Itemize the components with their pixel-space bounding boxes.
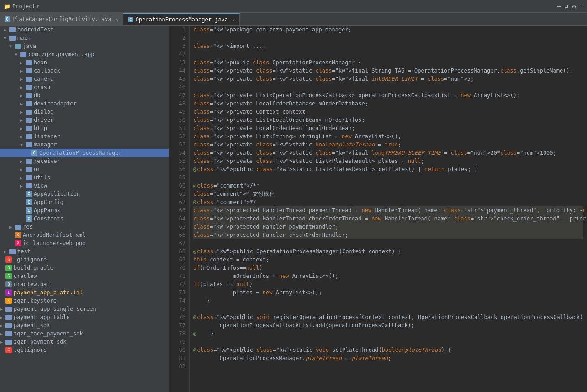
line-number: 66 <box>173 231 185 239</box>
line-number: 61 <box>173 190 185 198</box>
tab-plate[interactable]: C PlateCameraConfigActivity.java ✕ <box>0 13 123 25</box>
folder-icon <box>9 249 16 254</box>
sidebar-item-label: test <box>17 248 31 255</box>
line-number: 56 <box>173 165 185 173</box>
title-bar-dropdown-icon[interactable]: ▼ <box>37 4 39 9</box>
sidebar-item[interactable]: Ipayment_app_plate.iml <box>0 288 169 297</box>
tab-operation-close[interactable]: ✕ <box>232 17 235 22</box>
sidebar-item[interactable]: XAndroidManifest.xml <box>0 231 169 239</box>
sidebar-item[interactable]: ▶res <box>0 223 169 231</box>
sidebar-item[interactable]: G.gitignore <box>0 346 169 354</box>
folder-icon <box>26 60 32 65</box>
sidebar-item-label: listener <box>34 133 60 140</box>
tab-operation[interactable]: C OperationProcessManager.java ✕ <box>123 13 240 25</box>
sidebar-item[interactable]: COperatationProcessManager <box>0 149 169 157</box>
code-line <box>193 338 583 346</box>
arrow-icon: ▼ <box>20 142 26 147</box>
sidebar-item[interactable]: ▼java <box>0 42 169 50</box>
sidebar-item[interactable]: Ggradlew <box>0 272 169 280</box>
tab-operation-icon: C <box>128 17 133 22</box>
folder-icon <box>20 52 26 57</box>
folder-icon <box>15 44 21 49</box>
sidebar-item[interactable]: CAppApplication <box>0 190 169 198</box>
sidebar-item-label: deviceadapter <box>34 100 77 107</box>
sidebar-item[interactable]: ▶utils <box>0 173 169 182</box>
sidebar-item[interactable]: CAppConfig <box>0 198 169 206</box>
sidebar-item[interactable]: ▶deviceadapter <box>0 99 169 108</box>
line-number: 69 <box>173 256 185 264</box>
sidebar-item[interactable]: ▶camera <box>0 75 169 83</box>
class-icon: C <box>26 199 32 205</box>
sidebar-item[interactable]: ▶callback <box>0 67 169 75</box>
sidebar-item[interactable]: ▶payment_app_table <box>0 313 169 321</box>
arrow-icon: ▶ <box>20 101 26 106</box>
line-number: 82 <box>173 362 185 371</box>
sidebar-item[interactable]: Bgradlew.bat <box>0 280 169 288</box>
folder-icon <box>26 85 32 90</box>
sidebar-item-label: ui <box>34 166 40 172</box>
sidebar-item[interactable]: CAppParms <box>0 206 169 214</box>
folder-icon <box>26 167 32 172</box>
arrow-icon: ▼ <box>4 36 9 41</box>
sidebar-item[interactable]: ▶ui <box>0 165 169 173</box>
line-number: 2 <box>173 34 185 42</box>
sidebar-item-label: http <box>34 125 47 131</box>
sidebar-item[interactable]: Kzqzn.keystore <box>0 297 169 305</box>
sync-icon[interactable]: ⇄ <box>565 3 568 10</box>
sidebar-item[interactable]: ▶dialog <box>0 108 169 116</box>
sidebar-item[interactable]: Pic_launcher-web.png <box>0 239 169 247</box>
editor[interactable]: 1234243444546474849505152535455565960616… <box>169 26 587 392</box>
folder-icon <box>26 118 32 123</box>
sidebar-item[interactable]: Gbuild.gradle <box>0 264 169 272</box>
sidebar-item[interactable]: ▼manager <box>0 141 169 149</box>
gradle-icon: G <box>5 265 12 271</box>
code-line: if(plates == null) <box>193 280 583 288</box>
sidebar-item-label: gradlew.bat <box>14 281 50 287</box>
folder-icon <box>5 315 12 320</box>
add-icon[interactable]: + <box>557 3 561 10</box>
sidebar-item[interactable]: CConstants <box>0 214 169 223</box>
code-line: class="kw">protected Handler checkOrderH… <box>193 231 583 239</box>
sidebar-item[interactable]: ▶payment_sdk <box>0 321 169 329</box>
settings-icon[interactable]: ⚙ <box>572 3 576 10</box>
arrow-icon: ▶ <box>4 249 9 254</box>
sidebar-item[interactable]: ▼main <box>0 34 169 42</box>
sidebar-item[interactable]: ▶zqzn_payment_sdk <box>0 338 169 346</box>
code-line: @ class="comment">*/ <box>193 198 583 206</box>
sidebar-item[interactable]: ▶payment_app_single_screen <box>0 305 169 313</box>
code-line: class="kw">protected HandlerThread payme… <box>193 206 583 214</box>
sidebar-item[interactable]: ▶listener <box>0 132 169 141</box>
code-line: @ class="kw">public class="kw">static Li… <box>193 165 583 173</box>
sidebar-item[interactable]: G.gitignore <box>0 256 169 264</box>
sidebar-item[interactable]: ▶driver <box>0 116 169 124</box>
sidebar-item[interactable]: ▶bean <box>0 58 169 67</box>
sidebar-item[interactable]: ▶http <box>0 124 169 132</box>
sidebar-item[interactable]: ▶db <box>0 91 169 99</box>
sidebar-item[interactable]: ▶receiver <box>0 157 169 165</box>
sidebar-item-label: callback <box>34 68 60 74</box>
code-line: mOrderInfos = new ArrayList<>(); <box>193 272 583 280</box>
code-line: @ class="kw">public class="kw">static vo… <box>193 346 583 354</box>
code-line: class="kw">private List<LocalOrderBean> … <box>193 116 583 124</box>
code-line: class="kw">private Context context; <box>193 108 583 116</box>
arrow-icon: ▶ <box>0 340 5 345</box>
line-number: 76 <box>173 313 185 321</box>
sidebar-item[interactable]: ▶view <box>0 182 169 190</box>
line-number: 46 <box>173 83 185 91</box>
sidebar-item-label: manager <box>34 141 57 148</box>
sidebar-item[interactable]: ▶zqzn_face_payment_sdk <box>0 329 169 338</box>
sidebar-item[interactable]: ▼com.zqzn.payment.app <box>0 50 169 58</box>
sidebar-item[interactable]: ▶androidTest <box>0 26 169 34</box>
code-content[interactable]: class="kw">package com.zqzn.payment.app.… <box>190 26 587 392</box>
sidebar-item[interactable]: ▶test <box>0 247 169 256</box>
code-line: class="kw">private class="kw">static boo… <box>193 141 583 149</box>
sidebar-item[interactable]: ▶crash <box>0 83 169 91</box>
sidebar-item-label: .gitignore <box>14 347 47 353</box>
arrow-icon: ▶ <box>0 307 5 312</box>
sidebar-item-label: gradlew <box>14 273 37 279</box>
line-number: 81 <box>173 354 185 362</box>
minimize-icon[interactable]: — <box>580 3 583 10</box>
tab-plate-close[interactable]: ✕ <box>116 17 118 22</box>
tab-bar: C PlateCameraConfigActivity.java ✕ C Ope… <box>0 13 587 26</box>
class-icon: C <box>26 215 32 222</box>
